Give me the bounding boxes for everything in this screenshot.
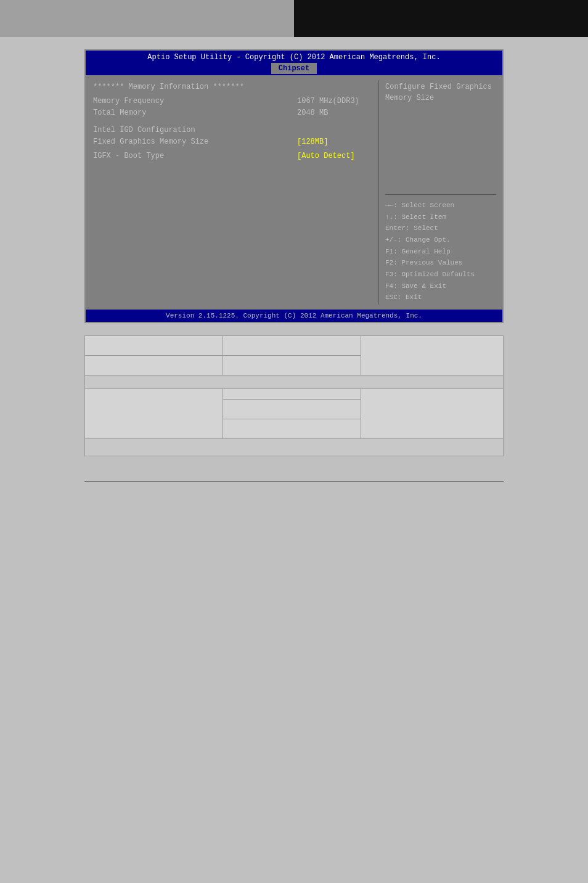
key-f3-defaults: F3: Optimized Defaults <box>385 269 496 281</box>
table-bottom-cell <box>85 439 504 456</box>
top-banner <box>0 0 588 37</box>
bios-body: ******* Memory Information ******* Memor… <box>86 75 502 310</box>
fixed-graphics-value: [128MB] <box>297 136 371 148</box>
igfx-boot-type-label: IGFX - Boot Type <box>93 150 164 162</box>
table-cell <box>223 356 361 376</box>
bios-footer-text: Version 2.15.1225. Copyright (C) 2012 Am… <box>166 312 422 319</box>
table-cell <box>361 336 504 376</box>
table-wide-cell <box>85 376 504 389</box>
memory-frequency-row: Memory Frequency 1067 MHz(DDR3) <box>93 96 371 107</box>
fixed-graphics-row[interactable]: Fixed Graphics Memory Size [128MB] <box>93 136 371 148</box>
key-esc-exit: ESC: Exit <box>385 292 496 303</box>
memory-section-header: ******* Memory Information ******* <box>93 81 371 93</box>
bios-left-panel: ******* Memory Information ******* Memor… <box>86 75 378 310</box>
memory-frequency-value: 1067 MHz(DDR3) <box>297 96 371 107</box>
table-cell <box>223 419 361 439</box>
bios-active-tab[interactable]: Chipset <box>271 63 317 74</box>
lower-section <box>84 335 504 456</box>
key-f4-save: F4: Save & Exit <box>385 281 496 292</box>
top-banner-right <box>294 0 588 37</box>
igc-section-title: Intel IGD Configuration <box>93 125 371 136</box>
table-cell <box>223 336 361 356</box>
key-f1-help: F1: General Help <box>385 246 496 258</box>
table-row <box>85 336 504 356</box>
igfx-boot-type-row[interactable]: IGFX - Boot Type [Auto Detect] <box>93 150 371 162</box>
total-memory-value: 2048 MB <box>297 107 371 119</box>
table-cell <box>85 356 223 376</box>
bios-footer: Version 2.15.1225. Copyright (C) 2012 Am… <box>86 310 502 322</box>
key-change-opt: +/-: Change Opt. <box>385 234 496 246</box>
fixed-graphics-label: Fixed Graphics Memory Size <box>93 136 208 148</box>
help-text: Configure Fixed Graphics Memory Size <box>385 81 496 189</box>
key-f2-prev: F2: Previous Values <box>385 257 496 269</box>
bottom-divider <box>84 481 504 482</box>
table-cell <box>223 400 361 419</box>
total-memory-row: Total Memory 2048 MB <box>93 107 371 119</box>
table-wide-row <box>85 376 504 389</box>
bios-header: Aptio Setup Utility - Copyright (C) 2012… <box>86 51 502 75</box>
memory-frequency-label: Memory Frequency <box>93 96 164 107</box>
igfx-boot-type-value: [Auto Detect] <box>297 150 371 162</box>
table-bottom-row <box>85 439 504 456</box>
table-row <box>85 389 504 400</box>
key-help: →←: Select Screen ↑↓: Select Item Enter:… <box>385 200 496 303</box>
bios-right-panel: Configure Fixed Graphics Memory Size →←:… <box>379 75 502 310</box>
key-select-screen: →←: Select Screen <box>385 200 496 212</box>
table-cell <box>361 389 504 439</box>
help-divider <box>385 194 496 195</box>
top-banner-left <box>0 0 294 37</box>
table-cell <box>85 336 223 356</box>
lower-table <box>84 335 504 456</box>
bios-title: Aptio Setup Utility - Copyright (C) 2012… <box>86 53 502 62</box>
table-cell <box>223 389 361 400</box>
total-memory-label: Total Memory <box>93 107 146 119</box>
key-enter-select: Enter: Select <box>385 223 496 234</box>
bios-container: Aptio Setup Utility - Copyright (C) 2012… <box>84 49 504 323</box>
key-select-item: ↑↓: Select Item <box>385 212 496 223</box>
table-cell <box>85 389 223 439</box>
